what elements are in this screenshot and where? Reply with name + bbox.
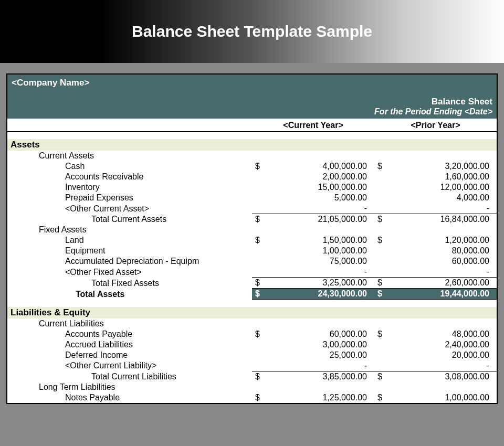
subsection-long-term-liabilities: Long Term Liabilities [7,382,497,392]
fixed-assets-title: Fixed Assets [7,225,497,235]
section-assets: Assets [7,139,497,151]
line-item: Accounts Payable $ 60,000.00 $ 48,000.00 [7,329,497,339]
line-item: Equipment 1,00,000.00 80,000.00 [7,246,497,256]
subtotal-current-assets: Total Current Assets $ 21,05,000.00 $ 16… [7,214,497,225]
line-item: <Other Fixed Asset> - - [7,267,497,278]
line-item: Accounts Receivable 2,00,000.00 1,60,000… [7,172,497,182]
current-year-header: <Current Year> [252,119,374,132]
line-item: <Other Current Liability> - - [7,360,497,371]
long-term-liabilities-title: Long Term Liabilities [7,382,497,392]
sheet-header: <Company Name> Balance Sheet For the Per… [7,75,497,119]
line-item: Cash $ 4,00,000.00 $ 3,20,000.00 [7,161,497,172]
year-header-row: <Current Year> <Prior Year> [7,119,497,132]
total-assets-row: Total Assets $ 24,30,000.00 $ 19,44,000.… [7,289,497,300]
line-item: <Other Current Asset> - - [7,203,497,214]
banner: Balance Sheet Template Sample [0,0,504,63]
banner-title: Balance Sheet Template Sample [132,23,372,40]
prior-year-header: <Prior Year> [374,119,497,132]
section-liab-equity-title: Liabilities & Equity [7,307,497,318]
section-liabilities-equity: Liabilities & Equity [7,307,497,318]
current-assets-title: Current Assets [7,151,497,161]
balance-sheet-label: Balance Sheet [12,97,492,107]
line-item: Accrued Liabilities 3,00,000.00 2,40,000… [7,339,497,350]
line-item: Prepaid Expenses 5,000.00 4,000.00 [7,193,497,203]
section-assets-title: Assets [7,139,497,151]
balance-sheet: <Company Name> Balance Sheet For the Per… [6,73,498,404]
period-ending: For the Period Ending <Date> [12,107,492,116]
balance-sheet-table: <Current Year> <Prior Year> Assets Curre… [7,119,497,403]
subsection-fixed-assets: Fixed Assets [7,225,497,235]
subsection-current-liabilities: Current Liabilities [7,318,497,329]
line-item: Land $ 1,50,000.00 $ 1,20,000.00 [7,235,497,246]
current-liabilities-title: Current Liabilities [7,318,497,329]
line-item: Accumulated Depreciation - Equipm 75,000… [7,256,497,267]
company-name: <Company Name> [12,78,492,88]
subtotal-current-liabilities: Total Current Liabilities $ 3,85,000.00 … [7,371,497,382]
sheet-wrapper: <Company Name> Balance Sheet For the Per… [0,63,504,404]
line-item: Notes Payable $ 1,25,000.00 $ 1,00,000.0… [7,392,497,403]
subtotal-fixed-assets: Total Fixed Assets $ 3,25,000.00 $ 2,60,… [7,278,497,289]
subsection-current-assets: Current Assets [7,151,497,161]
line-item: Deferred Income 25,000.00 20,000.00 [7,350,497,360]
line-item: Inventory 15,00,000.00 12,00,000.00 [7,182,497,193]
